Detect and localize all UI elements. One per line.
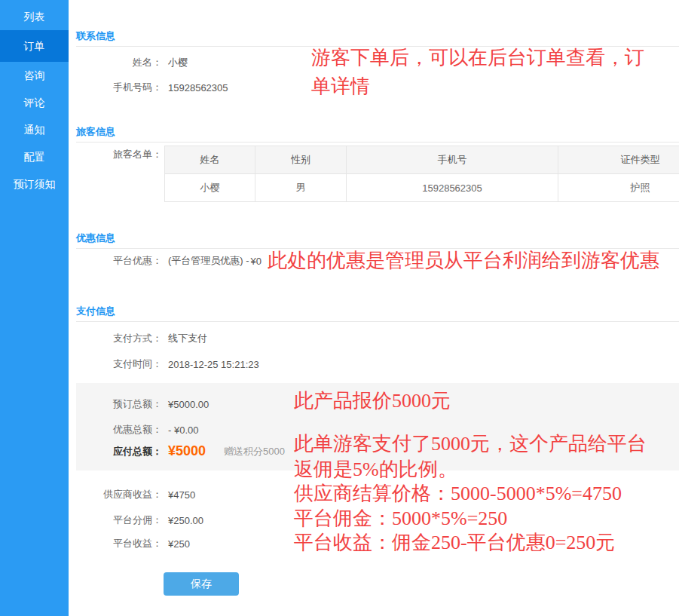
platform-discount-label: 平台优惠： — [76, 254, 162, 268]
payment-time-label: 支付时间： — [76, 357, 162, 371]
contact-phone-value: 15928562305 — [168, 82, 228, 93]
supplier-income-label: 供应商收益： — [76, 488, 162, 501]
annotation-order-view: 游客下单后，可以在后台订单查看，订 单详情 — [311, 44, 644, 101]
passenger-info-title: 旅客信息 — [76, 127, 679, 143]
payment-time-value: 2018-12-25 15:21:23 — [168, 359, 259, 370]
platform-commission-label: 平台分佣： — [76, 513, 162, 527]
platform-income-row: 平台收益： ¥250 — [76, 537, 190, 550]
sidebar-item-comments[interactable]: 评论 — [0, 89, 69, 116]
booking-total-row: 预订总额： ¥5000.00 — [76, 397, 209, 411]
discount-total-row: 优惠总额： - ¥0.00 — [76, 423, 198, 437]
passenger-col-idtype: 证件类型 — [558, 146, 679, 174]
discount-total-label: 优惠总额： — [76, 423, 162, 437]
annotation-income-calc: 平台收益：佣金250-平台优惠0=250元 — [294, 532, 615, 554]
contact-name-label: 姓名： — [76, 56, 162, 69]
supplier-income-row: 供应商收益： ¥4750 — [76, 488, 195, 501]
platform-commission-row: 平台分佣： ¥250.00 — [76, 513, 203, 527]
booking-total-value: ¥5000.00 — [168, 399, 209, 410]
platform-income-label: 平台收益： — [76, 537, 162, 550]
contact-name-row: 姓名： 小樱 — [76, 56, 188, 69]
sidebar: 列表 订单 咨询 评论 通知 配置 预订须知 — [0, 0, 69, 616]
annotation-commission-calc: 平台佣金：5000*5%=250 — [294, 507, 507, 530]
booking-total-label: 预订总额： — [76, 397, 162, 411]
sidebar-item-booking-notes[interactable]: 预订须知 — [0, 170, 69, 198]
bonus-points: 赠送积分5000 — [224, 445, 285, 458]
platform-income-value: ¥250 — [168, 538, 190, 550]
payment-method-label: 支付方式： — [76, 332, 162, 345]
payment-info-title: 支付信息 — [76, 306, 679, 322]
sidebar-item-consult[interactable]: 咨询 — [0, 62, 69, 89]
passenger-col-gender: 性别 — [255, 146, 347, 174]
order-detail-panel: 联系信息 姓名： 小樱 手机号码： 15928562305 旅客信息 旅客名单：… — [69, 0, 679, 616]
sidebar-item-config[interactable]: 配置 — [0, 143, 69, 170]
amount-summary-box: 预订总额： ¥5000.00 优惠总额： - ¥0.00 应付总额： ¥5000… — [76, 383, 679, 470]
contact-name-value: 小樱 — [168, 56, 188, 69]
contact-phone-label: 手机号码： — [76, 81, 162, 94]
passenger-list-label-row: 旅客名单： — [76, 148, 162, 161]
annotation-discount-note: 此处的优惠是管理员从平台利润给到游客优惠 — [268, 247, 659, 274]
sidebar-item-notices[interactable]: 通知 — [0, 116, 69, 143]
passenger-table: 姓名 性别 手机号 证件类型 小樱 男 15928562305 护照 — [164, 146, 679, 202]
passenger-table-header-row: 姓名 性别 手机号 证件类型 — [165, 146, 679, 174]
annotation-supplier-calc: 供应商结算价格：5000-5000*5%=4750 — [294, 483, 622, 505]
sidebar-item-orders[interactable]: 订单 — [0, 30, 69, 62]
platform-discount-amount: ¥0 — [251, 256, 262, 267]
discount-total-value: - ¥0.00 — [168, 424, 198, 436]
save-button[interactable]: 保存 — [164, 572, 239, 596]
passenger-list-label: 旅客名单： — [76, 148, 162, 161]
payable-total-label: 应付总额： — [76, 445, 162, 458]
discount-info-title: 优惠信息 — [76, 233, 679, 249]
payment-method-row: 支付方式： 线下支付 — [76, 332, 207, 345]
payment-method-value: 线下支付 — [168, 332, 207, 345]
passenger-table-row: 小樱 男 15928562305 护照 — [165, 174, 679, 202]
contact-info-title: 联系信息 — [76, 31, 679, 47]
contact-phone-row: 手机号码： 15928562305 — [76, 81, 228, 94]
passenger-gender-cell: 男 — [255, 174, 347, 202]
platform-discount-row: 平台优惠： (平台管理员优惠) - ¥0 — [76, 254, 262, 268]
supplier-income-value: ¥4750 — [168, 489, 195, 501]
payable-total-row: 应付总额： ¥5000 赠送积分5000 — [76, 443, 285, 459]
sidebar-item-list[interactable]: 列表 — [0, 3, 69, 30]
passenger-col-name: 姓名 — [165, 146, 255, 174]
passenger-name-cell: 小樱 — [165, 174, 255, 202]
payment-time-row: 支付时间： 2018-12-25 15:21:23 — [76, 357, 259, 371]
platform-commission-value: ¥250.00 — [168, 515, 203, 526]
passenger-phone-cell: 15928562305 — [347, 174, 558, 202]
passenger-idtype-cell: 护照 — [558, 174, 679, 202]
payable-total-value: ¥5000 — [168, 443, 206, 459]
passenger-col-phone: 手机号 — [347, 146, 558, 174]
platform-discount-prefix: (平台管理员优惠) - — [168, 254, 249, 268]
